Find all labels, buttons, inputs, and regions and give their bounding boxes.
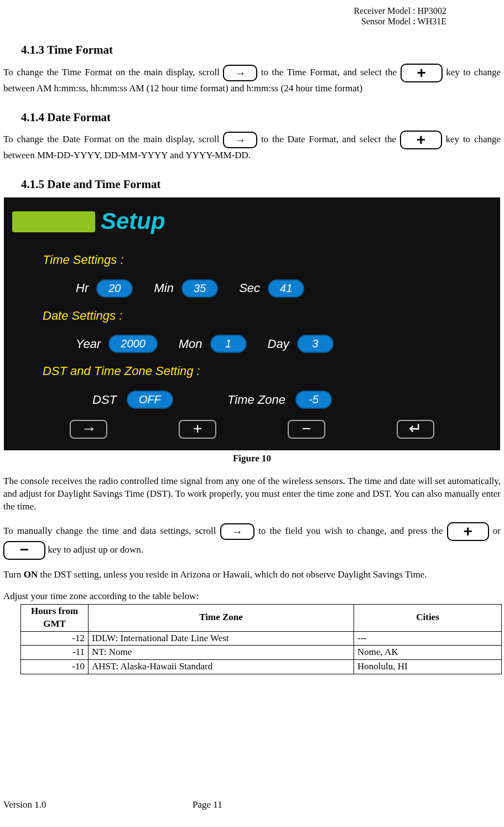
min-label: Min [154, 280, 173, 297]
heading-414: 4.1.4 Date Format [3, 110, 501, 125]
day-value: 3 [297, 335, 334, 353]
cell-city: --- [354, 631, 502, 646]
footer-version: Version 1.0 [3, 799, 46, 810]
setup-tab-button [12, 211, 95, 232]
plus-icon: + [447, 522, 489, 541]
text: to the field you wish to change, and pre… [258, 526, 447, 536]
text: To change the Date Format on the main di… [3, 134, 223, 144]
sec-label: Sec [239, 280, 260, 297]
dst-value: OFF [127, 391, 173, 409]
table-row: -10 AHST: Alaska-Hawaii Standard Honolul… [21, 660, 502, 674]
setup-title: Setup [101, 206, 165, 237]
th-timezone: Time Zone [89, 604, 354, 631]
table-row: -12 IDLW: International Date Line West -… [21, 631, 502, 646]
dst-label: DST [92, 392, 117, 408]
cell-city: Honolulu, HI [354, 660, 502, 674]
th-hours: Hours from GMT [21, 604, 89, 631]
plus-icon: + [401, 64, 443, 82]
year-label: Year [76, 336, 101, 352]
arrow-right-icon: → [220, 523, 254, 540]
text: key to adjust up or down. [48, 544, 143, 555]
para-console: The console receives the radio controlle… [3, 475, 501, 513]
date-settings-label: Date Settings : [43, 308, 492, 324]
cell-tz: IDLW: International Date Line West [89, 631, 354, 646]
tz-label: Time Zone [227, 392, 285, 408]
arrow-right-icon: → [223, 65, 257, 81]
text: To change the Time Format on the main di… [3, 67, 223, 77]
para-414: To change the Date Format on the main di… [3, 131, 501, 162]
para-manual-change: To manually change the time and data set… [3, 522, 501, 560]
text: the DST setting, unless you reside in Ar… [40, 569, 427, 580]
day-label: Day [268, 336, 289, 352]
receiver-model: Receiver Model : HP3002 [354, 6, 446, 15]
text: to the Date Format, and select the [261, 134, 400, 144]
minus-icon: − [3, 541, 45, 560]
cell-hours: -12 [21, 631, 89, 646]
softkey-enter-icon: ↵ [397, 420, 434, 439]
time-settings-label: Time Settings : [43, 252, 492, 268]
setup-screenshot: Setup Time Settings : Hr 20 Min 35 Sec 4… [4, 197, 500, 450]
sensor-model: Sensor Model : WH31E [361, 17, 446, 26]
dst-section-label: DST and Time Zone Setting : [43, 363, 492, 379]
th-cities: Cities [354, 604, 502, 631]
sec-value: 41 [268, 279, 304, 298]
table-row: -11 NT: Nome Nome, AK [21, 646, 502, 660]
text: or [493, 526, 501, 536]
cell-hours: -11 [21, 646, 89, 660]
softkey-plus-icon: + [179, 420, 216, 439]
footer: Version 1.0 Page 11 [3, 799, 500, 812]
text: to the Time Format, and select the [261, 67, 401, 77]
cell-city: Nome, AK [354, 646, 502, 660]
mon-value: 1 [210, 335, 247, 353]
cell-hours: -10 [21, 660, 89, 674]
heading-413: 4.1.3 Time Format [3, 42, 501, 58]
hr-value: 20 [96, 279, 133, 298]
tz-value: -5 [295, 391, 332, 409]
heading-415: 4.1.5 Date and Time Format [3, 176, 501, 192]
text: To manually change the time and data set… [3, 526, 220, 536]
arrow-right-icon: → [223, 132, 257, 148]
para-413: To change the Time Format on the main di… [3, 64, 501, 95]
footer-page: Page 11 [193, 799, 222, 812]
min-value: 35 [181, 279, 218, 298]
cell-tz: NT: Nome [89, 646, 354, 660]
header-models: Receiver Model : HP3002 Sensor Model : W… [3, 6, 501, 27]
timezone-table: Hours from GMT Time Zone Cities -12 IDLW… [20, 604, 502, 675]
year-value: 2000 [108, 335, 158, 353]
hr-label: Hr [76, 280, 89, 297]
softkey-arrow-icon: → [70, 420, 107, 439]
plus-icon: + [400, 131, 442, 149]
mon-label: Mon [179, 336, 202, 352]
text-on: ON [24, 569, 38, 580]
softkey-minus-icon: − [288, 420, 325, 439]
text: Turn [3, 569, 24, 580]
cell-tz: AHST: Alaska-Hawaii Standard [89, 660, 354, 674]
figure-caption: Figure 10 [3, 452, 501, 465]
para-dst-on: Turn ON the DST setting, unless you resi… [3, 569, 501, 581]
para-adjust-tz: Adjust your time zone according to the t… [3, 590, 501, 603]
